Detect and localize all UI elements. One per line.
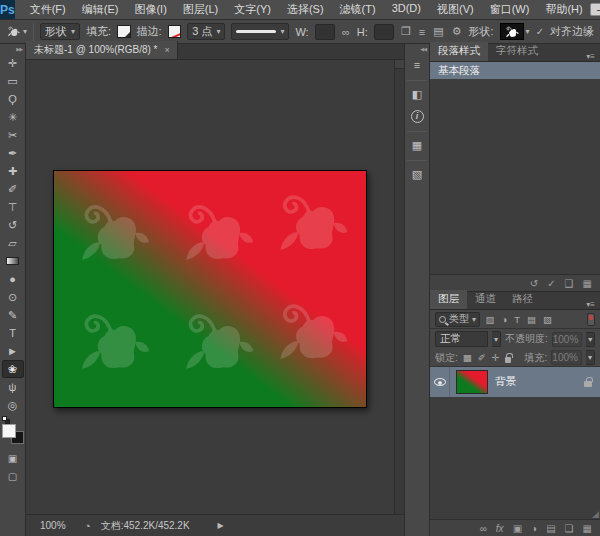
tool-preset-picker[interactable]: ▾ (6, 25, 27, 38)
stroke-type-select[interactable]: ▾ (231, 23, 289, 40)
adjustments-panel-icon[interactable]: ◧ (406, 84, 428, 104)
menu-select[interactable]: 选择(S) (280, 0, 331, 19)
menu-file[interactable]: 文件(F) (23, 0, 73, 19)
crop-tool[interactable]: ✂ (2, 126, 24, 144)
default-colors-icon[interactable] (2, 416, 11, 424)
collapse-tools-icon[interactable]: ▶▶ (16, 46, 22, 52)
filtering-toggle[interactable] (587, 313, 595, 326)
healing-brush-tool[interactable]: ✚ (2, 162, 24, 180)
gradient-tool[interactable] (2, 252, 24, 270)
style-item-basic-paragraph[interactable]: 基本段落 (430, 62, 600, 79)
canvas-image[interactable] (53, 170, 367, 408)
menu-filter[interactable]: 滤镜(T) (333, 0, 383, 19)
info-panel-icon[interactable]: i (406, 106, 428, 126)
tab-paragraph-styles[interactable]: 段落样式 (430, 42, 488, 61)
opacity-value[interactable]: 100% (552, 332, 583, 347)
fill-swatch[interactable] (117, 25, 131, 38)
quick-selection-tool[interactable]: ✳ (2, 108, 24, 126)
marquee-tool[interactable]: ▭ (2, 72, 24, 90)
close-document-icon[interactable]: × (165, 45, 170, 55)
delete-style-icon[interactable]: ▦ (583, 278, 592, 289)
lock-position-icon[interactable]: ✛ (491, 352, 501, 363)
blur-tool[interactable]: ● (2, 270, 24, 288)
shape-height-input[interactable] (374, 24, 394, 40)
panel-menu-icon[interactable]: ▾≡ (581, 52, 600, 61)
new-layer-icon[interactable]: ❏ (565, 523, 574, 534)
status-menu-arrow-icon[interactable]: ▶ (218, 521, 224, 530)
type-tool[interactable]: T (2, 324, 24, 342)
document-tab[interactable]: 未标题-1 @ 100%(RGB/8) * × (26, 41, 178, 59)
tab-paths[interactable]: 路径 (504, 290, 541, 309)
menu-type[interactable]: 文字(Y) (227, 0, 278, 19)
link-layers-icon[interactable]: ∞ (480, 523, 487, 534)
tab-channels[interactable]: 通道 (467, 290, 504, 309)
shape-picker[interactable]: ▾ (500, 23, 530, 40)
lasso-tool[interactable]: Ϙ (2, 90, 24, 108)
layer-style-icon[interactable]: fx (496, 523, 504, 534)
filter-type-select[interactable]: 类型 ▾ (435, 312, 480, 327)
tab-layers[interactable]: 图层 (430, 290, 467, 309)
path-operations-icon[interactable]: ❐ (400, 25, 412, 38)
lock-transparency-icon[interactable]: ▦ (462, 352, 473, 363)
menu-window[interactable]: 窗口(W) (483, 0, 537, 19)
shape-width-input[interactable] (315, 24, 335, 40)
zoom-level-field[interactable]: 100% (40, 520, 74, 531)
filter-pixel-layers-icon[interactable]: ▨ (484, 314, 496, 325)
lock-all-icon[interactable] (505, 357, 511, 363)
canvas-viewport[interactable] (26, 60, 404, 514)
menu-view[interactable]: 视图(V) (430, 0, 481, 19)
character-panel-icon[interactable]: ▦ (406, 135, 428, 155)
layer-row-background[interactable]: 背景 (430, 367, 600, 397)
clone-stamp-tool[interactable]: ⊤ (2, 198, 24, 216)
expand-dock-icon[interactable]: ◀◀ (420, 46, 426, 52)
filter-adjustment-layers-icon[interactable]: ◑ (500, 314, 509, 325)
brush-tool[interactable]: ✐ (2, 180, 24, 198)
delete-layer-icon[interactable]: ▦ (583, 523, 592, 534)
paragraph-panel-icon[interactable]: ▧ (406, 164, 428, 184)
quick-mask-button[interactable]: ▣ (2, 449, 24, 467)
history-panel-icon[interactable]: ≡ (406, 55, 428, 75)
path-arrangement-icon[interactable]: ▤ (432, 25, 444, 38)
link-dimensions-icon[interactable]: ∞ (341, 26, 351, 38)
eraser-tool[interactable]: ▱ (2, 234, 24, 252)
filter-smart-object-icon[interactable]: ▧ (542, 314, 554, 325)
path-selection-tool[interactable]: ► (2, 342, 24, 360)
menu-3d[interactable]: 3D(D) (385, 0, 428, 19)
menu-layer[interactable]: 图层(L) (176, 0, 225, 19)
layer-mask-icon[interactable]: ▣ (513, 523, 522, 534)
adjustment-layer-icon[interactable]: ◑ (531, 523, 537, 534)
fill-arrow[interactable]: ▾ (586, 350, 595, 365)
lock-pixels-icon[interactable]: ✐ (477, 352, 487, 363)
resize-grip[interactable]: ◢ (592, 509, 599, 519)
stroke-width-select[interactable]: 3 点 ▾ (187, 23, 225, 40)
new-style-icon[interactable]: ❑ (565, 278, 574, 289)
pen-tool[interactable]: ✎ (2, 306, 24, 324)
dodge-tool[interactable]: ⊙ (2, 288, 24, 306)
gear-icon[interactable]: ⚙ (451, 25, 463, 38)
blend-mode-select[interactable]: 正常 (435, 331, 488, 347)
history-brush-tool[interactable]: ↺ (2, 216, 24, 234)
redefine-style-icon[interactable]: ✓ (547, 278, 555, 289)
screen-mode-button[interactable]: ▢ (2, 467, 24, 485)
foreground-color-swatch[interactable] (2, 424, 16, 438)
zoom-tool[interactable]: ◎ (2, 396, 24, 414)
minimize-button[interactable]: – (590, 3, 600, 16)
filter-group-layers-icon[interactable]: ▤ (526, 314, 538, 325)
hand-tool[interactable]: ψ (2, 378, 24, 396)
layer-thumbnail[interactable] (456, 370, 488, 394)
path-alignment-icon[interactable]: ≡ (418, 26, 426, 38)
layer-visibility-toggle[interactable] (430, 367, 450, 397)
blend-mode-arrow[interactable]: ▾ (492, 331, 501, 347)
move-tool[interactable]: ✛ (2, 54, 24, 72)
eyedropper-tool[interactable]: ✒ (2, 144, 24, 162)
custom-shape-tool[interactable]: ❀ (2, 360, 24, 378)
menu-image[interactable]: 图像(I) (127, 0, 173, 19)
clear-override-icon[interactable]: ↺ (530, 278, 538, 289)
panel-menu-icon[interactable]: ▾≡ (581, 300, 600, 309)
stroke-swatch[interactable] (168, 25, 182, 38)
tab-character-styles[interactable]: 字符样式 (488, 42, 546, 61)
vertical-scrollbar[interactable] (394, 60, 404, 514)
filter-type-layers-icon[interactable]: T (513, 314, 522, 325)
opacity-arrow[interactable]: ▾ (586, 332, 595, 347)
fill-value[interactable]: 100% (551, 350, 582, 365)
